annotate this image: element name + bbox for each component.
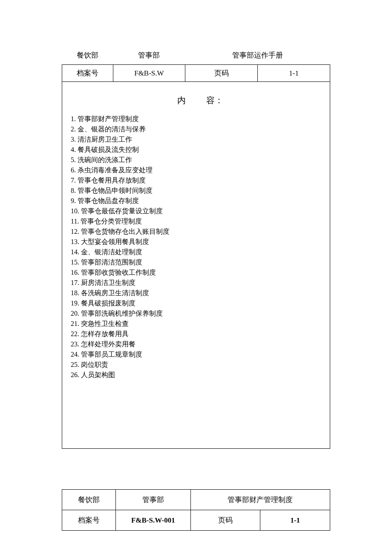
header2-title: 管事部财产管理制度 (190, 490, 330, 510)
toc-item: 26. 人员架构图 (71, 370, 322, 380)
toc-item: 8. 管事仓物品申领时间制度 (71, 186, 322, 196)
header2-subdept: 管事部 (115, 490, 190, 510)
toc-item: 9. 管事仓物品盘存制度 (71, 196, 322, 206)
toc-item: 20. 管事部洗碗机维护保养制度 (71, 308, 322, 319)
content-title: 内 容： (70, 95, 322, 106)
toc-item: 23. 怎样处理外卖用餐 (71, 339, 322, 349)
toc-item: 21. 突急性卫生检查 (71, 319, 322, 329)
header2-page-value: 1-1 (260, 510, 330, 531)
header1-dept: 餐饮部 (62, 47, 113, 65)
content-title-left: 内 (135, 95, 186, 106)
header1-filenum-label: 档案号 (62, 65, 113, 82)
header2-filenum-value: F&B-S.W-001 (115, 510, 190, 531)
toc-item: 12. 管事仓货物存仓出入账目制度 (71, 227, 322, 237)
toc-item: 13. 大型宴会领用餐具制度 (71, 237, 322, 247)
header1-page-value: 1-1 (258, 65, 330, 82)
header1-title: 管事部运作手册 (185, 47, 330, 65)
toc-item: 10. 管事仓最低存货量设立制度 (71, 206, 322, 216)
toc-item: 16. 管事部收货验收工作制度 (71, 267, 322, 278)
header1-subdept: 管事部 (113, 47, 185, 65)
toc-item: 2. 金、银器的清洁与保养 (71, 124, 322, 134)
toc-item: 25. 岗位职责 (71, 360, 322, 370)
toc-item: 3. 清洁厨房卫生工作 (71, 134, 322, 145)
header2-filenum-label: 档案号 (62, 510, 116, 531)
toc-item: 24. 管事部员工规章制度 (71, 349, 322, 360)
toc-item: 1. 管事部财产管理制度 (71, 114, 322, 124)
toc-item: 14. 金、银清洁处理制度 (71, 247, 322, 257)
header2-page-label: 页码 (190, 510, 260, 531)
toc-item: 15. 管事部清洁范围制度 (71, 257, 322, 267)
content-title-right: 容： (206, 95, 257, 106)
content-area: 内 容： 1. 管事部财产管理制度 2. 金、银器的清洁与保养 3. 清洁厨房卫… (62, 82, 330, 449)
header-table-top: 餐饮部 管事部 管事部运作手册 档案号 F&B-S.W 页码 1-1 (62, 47, 330, 82)
toc-item: 4. 餐具破损及流失控制 (71, 145, 322, 155)
header1-filenum-value: F&B-S.W (113, 65, 185, 82)
toc-item: 11. 管事仓分类管理制度 (71, 216, 322, 227)
header1-page-label: 页码 (185, 65, 258, 82)
toc-item: 6. 杀虫消毒准备及应变处理 (71, 165, 322, 175)
toc-item: 19. 餐具破损报废制度 (71, 298, 322, 308)
toc-item: 18. 各洗碗房卫生清洁制度 (71, 288, 322, 298)
toc-item: 22. 怎样存放餐用具 (71, 329, 322, 339)
toc-list: 1. 管事部财产管理制度 2. 金、银器的清洁与保养 3. 清洁厨房卫生工作 4… (70, 114, 322, 380)
toc-item: 17. 厨房清洁卫生制度 (71, 278, 322, 288)
header2-dept: 餐饮部 (62, 490, 116, 510)
toc-item: 7. 管事仓餐用具存放制度 (71, 175, 322, 186)
header-table-bottom: 餐饮部 管事部 管事部财产管理制度 档案号 F&B-S.W-001 页码 1-1 (62, 489, 330, 531)
toc-item: 5. 洗碗间的洗涤工作 (71, 155, 322, 165)
